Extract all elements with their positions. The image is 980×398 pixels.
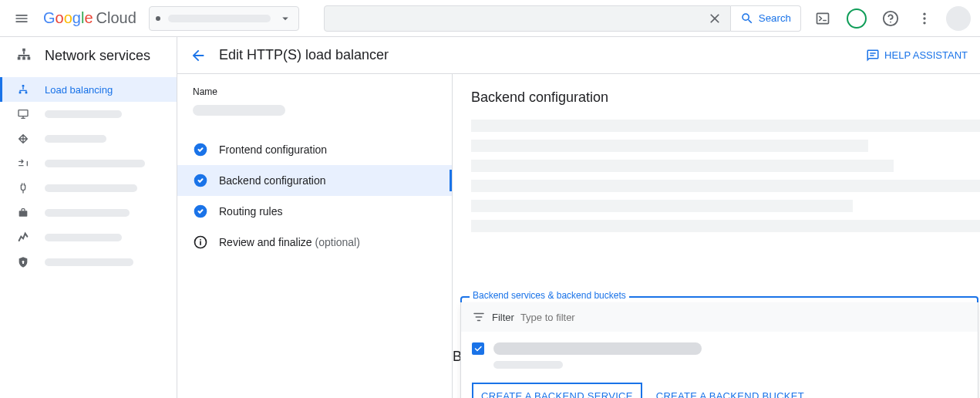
steps-panel: Name Frontend configuration Backend conf… [177, 74, 453, 398]
svg-rect-8 [28, 57, 31, 60]
step-label: Frontend configuration [219, 143, 327, 156]
name-label: Name [193, 86, 436, 97]
placeholder-bar [471, 200, 853, 212]
help-icon [882, 10, 899, 27]
svg-rect-0 [817, 13, 829, 23]
svg-rect-12 [19, 110, 28, 116]
svg-rect-5 [22, 49, 25, 52]
google-cloud-logo[interactable]: Google Cloud [43, 9, 136, 27]
project-name-placeholder [168, 15, 271, 22]
sidebar-item-3[interactable] [0, 126, 177, 151]
sidebar-item-placeholder [45, 110, 122, 118]
create-backend-bucket-button[interactable]: CREATE A BACKEND BUCKET [656, 390, 804, 398]
more-vert-icon [917, 11, 932, 26]
svg-rect-15 [22, 262, 24, 264]
svg-rect-9 [22, 85, 25, 87]
cloud-shell-button[interactable] [807, 3, 838, 34]
chat-icon [866, 49, 880, 62]
help-assistant-label: HELP ASSISTANT [884, 49, 968, 61]
project-picker[interactable] [149, 6, 299, 31]
svg-rect-17 [870, 55, 874, 56]
check-circle-icon [193, 142, 208, 157]
sidebar-item-placeholder [45, 184, 137, 192]
placeholder-bar [471, 120, 980, 132]
sidebar-item-7[interactable] [0, 225, 177, 250]
help-button[interactable] [875, 3, 906, 34]
sidebar-title: Network services [45, 48, 150, 64]
filter-label: Filter [492, 312, 514, 323]
step-label: Backend configuration [219, 174, 326, 187]
status-indicator[interactable] [841, 3, 872, 34]
svg-point-3 [923, 17, 925, 19]
arrow-right-icon [17, 157, 29, 170]
sidebar-item-8[interactable] [0, 250, 177, 275]
backend-picker-popover: Filter CREATE A BACKEND SERVICE CREATE A… [460, 302, 978, 398]
placeholder-bar [471, 140, 868, 152]
shield-icon [17, 256, 29, 268]
hamburger-menu[interactable] [6, 3, 37, 34]
sidebar-header[interactable]: Network services [0, 37, 177, 74]
search-button-label: Search [759, 12, 791, 24]
account-button[interactable] [943, 3, 974, 34]
project-dot-icon [156, 16, 160, 21]
load-balancing-icon [17, 83, 29, 96]
more-button[interactable] [909, 3, 940, 34]
step-review[interactable]: Review and finalize (optional) [177, 227, 452, 258]
popover-legend: Backend services & backend buckets [470, 290, 629, 301]
filter-row[interactable]: Filter [461, 302, 978, 332]
sidebar-item-6[interactable] [0, 201, 177, 225]
page-header: Edit HTTP(S) load balancer HELP ASSISTAN… [177, 37, 980, 74]
placeholder-bar [471, 220, 980, 232]
step-frontend[interactable]: Frontend configuration [177, 134, 452, 165]
create-backend-service-button[interactable]: CREATE A BACKEND SERVICE [472, 383, 642, 398]
close-icon [707, 11, 722, 26]
sidebar: Network services Load balancing [0, 37, 177, 398]
svg-rect-11 [25, 92, 28, 94]
green-circle-icon [847, 8, 867, 29]
search-box[interactable] [324, 5, 731, 32]
search-clear[interactable] [706, 9, 724, 28]
step-backend[interactable]: Backend configuration [177, 165, 452, 196]
back-button[interactable] [190, 47, 207, 64]
briefcase-icon [17, 207, 29, 219]
info-circle-icon [193, 234, 208, 250]
page-title: Edit HTTP(S) load balancer [219, 47, 389, 63]
sidebar-item-placeholder [45, 135, 106, 143]
svg-rect-10 [19, 92, 22, 94]
menu-icon [14, 11, 29, 26]
config-panel: Backend configuration B Backend services… [453, 74, 980, 398]
sidebar-item-2[interactable] [0, 102, 177, 126]
step-label: Routing rules [219, 205, 283, 218]
sidebar-item-placeholder [45, 234, 122, 241]
svg-rect-16 [870, 52, 876, 54]
plug-icon [17, 182, 29, 194]
sidebar-item-placeholder [45, 209, 130, 217]
help-assistant-button[interactable]: HELP ASSISTANT [866, 49, 968, 62]
sidebar-item-4[interactable] [0, 151, 177, 176]
terminal-icon [815, 11, 830, 26]
sidebar-item-label: Load balancing [45, 84, 113, 96]
option-name-placeholder [493, 342, 702, 355]
move-icon [17, 133, 29, 145]
name-value-placeholder [193, 105, 285, 116]
step-routing[interactable]: Routing rules [177, 196, 452, 227]
svg-point-2 [923, 12, 925, 15]
filter-icon [472, 310, 486, 324]
option-checkbox[interactable] [472, 342, 484, 355]
check-circle-icon [193, 173, 208, 188]
svg-rect-7 [22, 57, 25, 60]
avatar-icon [946, 6, 971, 31]
search-button[interactable]: Search [731, 5, 801, 32]
sidebar-item-5[interactable] [0, 176, 177, 201]
search-icon [740, 12, 754, 25]
network-services-icon [15, 47, 32, 64]
config-title: Backend configuration [471, 89, 980, 106]
dropdown-icon [278, 12, 292, 25]
search-input[interactable] [331, 12, 706, 25]
filter-input[interactable] [520, 312, 650, 323]
monitor-icon [17, 108, 29, 120]
sidebar-item-placeholder [45, 160, 145, 167]
svg-point-4 [923, 22, 925, 24]
sidebar-item-load-balancing[interactable]: Load balancing [0, 77, 177, 102]
option-sub-placeholder [493, 361, 563, 369]
